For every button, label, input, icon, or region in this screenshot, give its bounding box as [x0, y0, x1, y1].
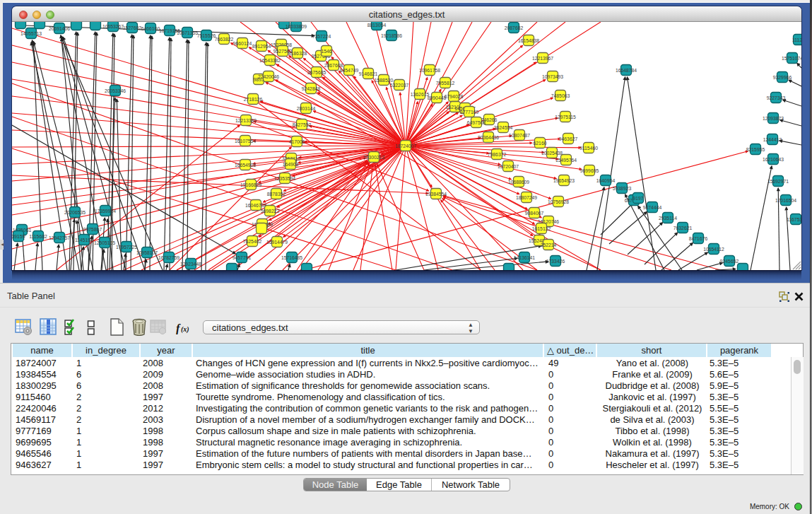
svg-text:1615132: 1615132: [532, 226, 551, 231]
svg-text:12923448: 12923448: [180, 262, 201, 267]
svg-text:15692971: 15692971: [767, 179, 789, 184]
svg-text:9699695: 9699695: [580, 168, 599, 173]
svg-text:8427552: 8427552: [293, 122, 312, 127]
svg-text:8990448: 8990448: [428, 95, 447, 100]
svg-text:20691406: 20691406: [49, 26, 70, 31]
svg-text:6466160: 6466160: [141, 26, 160, 31]
svg-text:12942757: 12942757: [49, 235, 70, 240]
svg-text:1527602: 1527602: [123, 25, 142, 30]
svg-text:7955812: 7955812: [436, 81, 455, 86]
svg-text:39159: 39159: [12, 234, 25, 239]
svg-text:12093873: 12093873: [763, 116, 784, 121]
svg-text:1546: 1546: [321, 49, 331, 54]
svg-text:8215955: 8215955: [746, 147, 765, 152]
svg-text:9197: 9197: [632, 196, 643, 201]
svg-text:20364436: 20364436: [478, 135, 499, 140]
svg-text:8878352: 8878352: [267, 192, 286, 197]
svg-text:7515526: 7515526: [197, 33, 216, 38]
svg-text:9457791: 9457791: [233, 255, 252, 260]
svg-text:f: f: [176, 322, 181, 334]
svg-text:20053346: 20053346: [105, 88, 126, 93]
svg-text:2867608: 2867608: [324, 63, 343, 68]
svg-text:8454749: 8454749: [340, 68, 359, 73]
svg-text:16046798: 16046798: [245, 203, 266, 208]
svg-text:15751074: 15751074: [782, 56, 801, 61]
svg-text:(x): (x): [181, 325, 189, 334]
svg-text:16543382: 16543382: [259, 58, 281, 63]
svg-text:62160: 62160: [534, 141, 547, 146]
svg-text:15720407: 15720407: [498, 164, 519, 169]
svg-text:1362615: 1362615: [411, 92, 430, 97]
svg-text:19218586: 19218586: [381, 33, 402, 38]
svg-text:17957225: 17957225: [116, 245, 137, 250]
svg-text:7625402: 7625402: [243, 239, 262, 244]
svg-text:15495764: 15495764: [555, 158, 577, 163]
svg-text:9227343: 9227343: [767, 95, 786, 100]
svg-text:6497508: 6497508: [467, 120, 486, 125]
svg-text:9660124: 9660124: [233, 41, 252, 46]
svg-text:9115460: 9115460: [579, 146, 598, 151]
svg-text:19166829: 19166829: [240, 182, 261, 187]
svg-text:164908: 164908: [283, 162, 299, 167]
svg-text:8186328: 8186328: [288, 51, 307, 56]
svg-text:2935114: 2935114: [659, 216, 677, 221]
svg-text:10654112: 10654112: [703, 247, 724, 252]
svg-text:9084067: 9084067: [525, 211, 544, 216]
svg-text:12213389: 12213389: [235, 118, 257, 123]
svg-text:10653267: 10653267: [102, 24, 124, 29]
svg-text:8912954: 8912954: [252, 44, 271, 49]
svg-text:1244413: 1244413: [763, 137, 782, 142]
svg-text:9242848: 9242848: [302, 86, 321, 91]
svg-text:3624554: 3624554: [494, 125, 513, 130]
svg-text:16154838: 16154838: [518, 38, 539, 43]
svg-text:7663822: 7663822: [215, 37, 234, 42]
svg-text:9245652: 9245652: [720, 259, 739, 264]
svg-text:22420046: 22420046: [258, 74, 279, 79]
svg-text:16654908: 16654908: [235, 163, 256, 168]
svg-text:10756928: 10756928: [548, 199, 569, 204]
svg-text:12213967: 12213967: [532, 56, 553, 61]
svg-text:10807487: 10807487: [509, 133, 530, 138]
svg-text:10961758: 10961758: [419, 68, 440, 73]
svg-text:9146821: 9146821: [359, 71, 378, 76]
svg-text:25300213: 25300213: [363, 155, 384, 160]
svg-text:5698222: 5698222: [261, 209, 280, 214]
svg-text:16033809: 16033809: [286, 24, 307, 29]
svg-text:2803144: 2803144: [297, 106, 316, 111]
svg-text:15716485: 15716485: [281, 255, 302, 260]
svg-text:9329966: 9329966: [773, 75, 792, 80]
svg-text:16648784: 16648784: [616, 68, 637, 73]
svg-text:1733426: 1733426: [546, 259, 565, 264]
svg-text:16107554: 16107554: [235, 139, 256, 144]
svg-text:9777169: 9777169: [460, 110, 479, 115]
svg-text:10025438: 10025438: [541, 151, 563, 156]
svg-text:252214: 252214: [541, 243, 557, 247]
svg-text:8471676: 8471676: [689, 236, 708, 241]
svg-text:3675685: 3675685: [307, 70, 326, 75]
svg-text:7357224: 7357224: [312, 34, 331, 39]
svg-text:1588520: 1588520: [375, 78, 394, 83]
svg-text:7632621: 7632621: [673, 226, 693, 230]
svg-text:417006: 417006: [289, 139, 305, 144]
svg-text:1167533: 1167533: [787, 217, 801, 222]
svg-text:12505135: 12505135: [94, 240, 115, 245]
svg-text:9474444: 9474444: [643, 205, 662, 210]
svg-text:6794028: 6794028: [445, 94, 464, 99]
svg-text:5938923: 5938923: [613, 186, 632, 191]
svg-text:12975115: 12975115: [555, 115, 576, 119]
svg-text:11123: 11123: [792, 37, 801, 42]
svg-text:17359924: 17359924: [95, 209, 116, 214]
svg-text:2718126: 2718126: [244, 97, 263, 102]
svg-text:1145194: 1145194: [75, 238, 93, 243]
svg-text:16210643: 16210643: [763, 157, 784, 162]
svg-text:19654923: 19654923: [553, 178, 575, 183]
svg-text:5322037: 5322037: [390, 83, 409, 88]
svg-text:10688609: 10688609: [508, 180, 529, 185]
svg-text:18807249: 18807249: [516, 195, 537, 200]
svg-text:18724007: 18724007: [395, 144, 416, 148]
svg-text:10958107: 10958107: [136, 250, 158, 255]
svg-text:20206535: 20206535: [64, 210, 86, 215]
svg-text:1640954: 1640954: [596, 178, 616, 183]
svg-text:8813054: 8813054: [367, 23, 387, 28]
svg-text:2087682: 2087682: [505, 25, 524, 30]
